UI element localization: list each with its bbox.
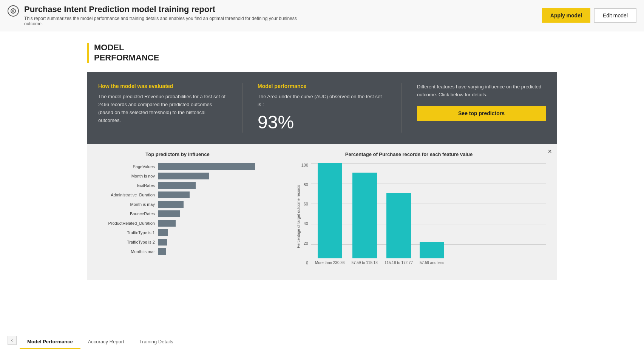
edit-model-button[interactable]: Edit model — [594, 8, 636, 23]
v-bar-column: 57.59 to 115.18 — [351, 163, 378, 265]
h-bar-label: Administrative_Duration — [98, 193, 155, 197]
y-axis-label: 0 — [298, 261, 310, 265]
h-bar-row: TrafficType is 2 — [98, 239, 257, 246]
h-bar-row: ExitRates — [98, 182, 257, 189]
h-bar-label: ExitRates — [98, 183, 155, 188]
svg-point-0 — [11, 9, 15, 13]
y-axis-label: 60 — [298, 202, 310, 206]
h-bar-label: Month is mar — [98, 249, 155, 254]
v-bar — [420, 242, 444, 258]
how-evaluated-col: How the model was evaluated The model pr… — [98, 83, 227, 133]
top-predictors-chart: Top predictors by influence PageValuesMo… — [98, 151, 257, 273]
h-bar-label: PageValues — [98, 164, 155, 169]
v-bar — [318, 163, 342, 258]
y-axis-label: 80 — [298, 183, 310, 187]
h-bar-row: Month is mar — [98, 248, 257, 255]
vertical-chart-area: 100806040200More than 230.3657.59 to 115… — [298, 163, 546, 273]
main-content: MODEL PERFORMANCE How the model was eval… — [0, 31, 644, 332]
h-bar-label: Month is nov — [98, 174, 155, 178]
h-bar-fill — [158, 182, 196, 189]
feature-value-chart-title: Percentage of Purchase records for each … — [272, 151, 546, 157]
horizontal-bars: PageValuesMonth is novExitRatesAdministr… — [98, 163, 257, 255]
tab-accuracy-report[interactable]: Accuracy Report — [80, 335, 132, 349]
tab-training-details[interactable]: Training Details — [132, 335, 181, 349]
h-bar-track — [158, 210, 257, 217]
section-title-wrap: MODEL PERFORMANCE — [87, 43, 644, 63]
v-bars-group: More than 230.3657.59 to 115.18115.18 to… — [311, 163, 546, 265]
v-bar-x-label: 57.59 to 115.18 — [351, 260, 378, 265]
h-bar-row: ProductRelated_Duration — [98, 220, 257, 227]
dark-panel: How the model was evaluated The model pr… — [87, 72, 557, 144]
h-bar-label: BounceRates — [98, 212, 155, 216]
header: Purchase Intent Prediction model trainin… — [0, 0, 644, 31]
h-bar-label: Month is may — [98, 202, 155, 207]
h-bar-label: TrafficType is 1 — [98, 230, 155, 235]
tabs-container: Model PerformanceAccuracy ReportTraining… — [20, 335, 181, 349]
h-bar-track — [158, 182, 257, 189]
h-bar-track — [158, 248, 257, 255]
charts-panel: × Top predictors by influence PageValues… — [87, 144, 557, 280]
top-predictors-col: Different features have varying influenc… — [402, 83, 546, 133]
h-bar-track — [158, 239, 257, 246]
h-bar-row: BounceRates — [98, 210, 257, 217]
feature-value-chart: Percentage of Purchase records for each … — [272, 151, 546, 273]
top-predictors-text: Different features have varying influenc… — [417, 83, 546, 99]
v-bar-x-label: More than 230.36 — [315, 260, 344, 265]
back-button[interactable] — [8, 5, 19, 17]
h-bar-row: Month is may — [98, 201, 257, 208]
see-top-predictors-button[interactable]: See top predictors — [417, 106, 546, 121]
top-predictors-chart-title: Top predictors by influence — [98, 151, 257, 157]
page-subtitle: This report summarizes the model perform… — [24, 16, 311, 26]
header-buttons: Apply model Edit model — [542, 8, 636, 23]
how-evaluated-text: The model predicted Revenue probabilitie… — [98, 93, 227, 124]
charts-row: Top predictors by influence PageValuesMo… — [98, 151, 546, 273]
v-bar-x-label: 115.18 to 172.77 — [385, 260, 413, 265]
h-bar-label: TrafficType is 2 — [98, 240, 155, 244]
h-bar-label: ProductRelated_Duration — [98, 221, 155, 225]
v-bar — [352, 173, 377, 258]
y-axis-label: 20 — [298, 241, 310, 246]
h-bar-fill — [158, 239, 167, 246]
h-bar-fill — [158, 210, 180, 217]
h-bar-row: TrafficType is 1 — [98, 229, 257, 236]
h-bar-track — [158, 201, 257, 208]
model-performance-col: Model performance The Area under the cur… — [242, 83, 386, 133]
h-bar-fill — [158, 248, 166, 255]
v-bar-x-label: 57.59 and less — [420, 260, 444, 265]
section-title: MODEL PERFORMANCE — [94, 43, 159, 63]
v-bar-column: 115.18 to 172.77 — [385, 163, 413, 265]
title-area: Purchase Intent Prediction model trainin… — [24, 5, 311, 26]
h-bar-fill — [158, 163, 255, 170]
h-bar-track — [158, 163, 257, 170]
h-bar-fill — [158, 191, 190, 198]
y-axis-label: 100 — [298, 163, 310, 167]
section-title-bar — [87, 43, 89, 63]
how-evaluated-title: How the model was evaluated — [98, 83, 227, 89]
h-bar-fill — [158, 229, 168, 236]
y-axis-label: 40 — [298, 222, 310, 226]
h-bar-row: Month is nov — [98, 173, 257, 179]
page-title: Purchase Intent Prediction model trainin… — [24, 5, 311, 14]
tab-scroll-button[interactable]: ‹ — [8, 336, 17, 345]
h-bar-track — [158, 173, 257, 179]
header-left: Purchase Intent Prediction model trainin… — [8, 5, 311, 26]
model-performance-text: The Area under the curve (AUC) observed … — [258, 93, 386, 109]
h-bar-fill — [158, 201, 184, 208]
h-bar-row: PageValues — [98, 163, 257, 170]
h-bar-track — [158, 229, 257, 236]
tab-model-performance[interactable]: Model Performance — [20, 335, 80, 349]
h-bar-track — [158, 191, 257, 198]
h-bar-fill — [158, 220, 176, 227]
auc-value: 93% — [258, 112, 386, 133]
v-bar — [386, 193, 411, 258]
model-performance-title: Model performance — [258, 83, 386, 89]
apply-model-button[interactable]: Apply model — [542, 8, 590, 23]
v-bar-column: More than 230.36 — [315, 163, 344, 265]
h-bar-fill — [158, 173, 209, 179]
bottom-tabs: ‹ Model PerformanceAccuracy ReportTraini… — [0, 331, 644, 349]
v-bar-column: 57.59 and less — [420, 163, 444, 265]
h-bar-track — [158, 220, 257, 227]
close-button[interactable]: × — [548, 148, 552, 156]
h-bar-row: Administrative_Duration — [98, 191, 257, 198]
y-axis-labels: 100806040200 — [298, 163, 310, 265]
